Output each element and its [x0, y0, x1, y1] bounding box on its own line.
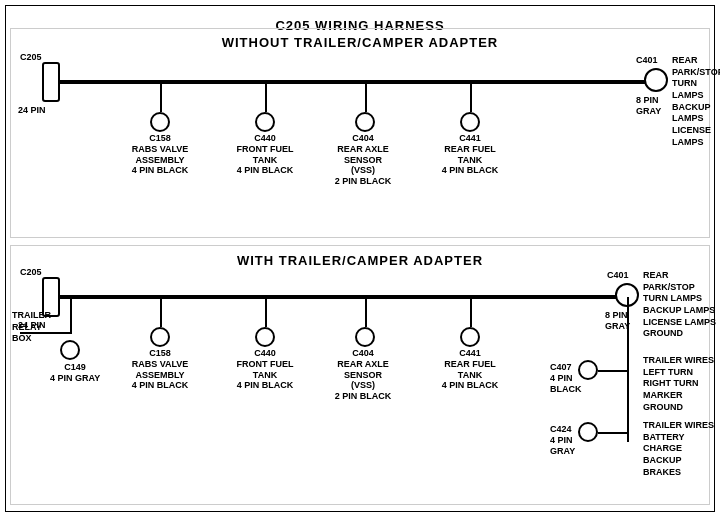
- section1-c158-drop: [160, 82, 162, 112]
- section1-c401-label: C401: [636, 55, 658, 66]
- section1-c158-connector: [150, 112, 170, 132]
- section2-trailer-relay-label: TRAILERRELAYBOX: [12, 310, 51, 345]
- section2-title: WITH TRAILER/CAMPER ADAPTER: [0, 253, 720, 268]
- section1-wire: [50, 80, 660, 84]
- section2-c149-label: C1494 PIN GRAY: [50, 362, 100, 384]
- section1-c401-connector: [644, 68, 668, 92]
- section1-c441-connector: [460, 112, 480, 132]
- section1-c205-bottom-label: 24 PIN: [18, 105, 46, 116]
- section1-c440-drop: [265, 82, 267, 112]
- section2-c401-label: C401: [607, 270, 629, 281]
- section2-c440-label: C440FRONT FUELTANK4 PIN BLACK: [235, 348, 295, 391]
- section2-c401-right-label: REAR PARK/STOPTURN LAMPSBACKUP LAMPSLICE…: [643, 270, 720, 340]
- section2-c441-label: C441REAR FUELTANK4 PIN BLACK: [440, 348, 500, 391]
- section1-c158-label: C158RABS VALVEASSEMBLY4 PIN BLACK: [130, 133, 190, 176]
- section1-c441-label: C441REAR FUELTANK4 PIN BLACK: [440, 133, 500, 176]
- section2-c404-drop: [365, 297, 367, 327]
- section2-c158-connector: [150, 327, 170, 347]
- section1-c205-connector: [42, 62, 60, 102]
- section2-c158-drop: [160, 297, 162, 327]
- section2-c149-connector: [60, 340, 80, 360]
- section1-c404-drop: [365, 82, 367, 112]
- section2-c404-label: C404REAR AXLESENSOR(VSS)2 PIN BLACK: [333, 348, 393, 402]
- section2-c441-drop: [470, 297, 472, 327]
- section2-wire: [50, 295, 630, 299]
- section1-c441-drop: [470, 82, 472, 112]
- section2-c407-right-label: TRAILER WIRESLEFT TURNRIGHT TURNMARKERGR…: [643, 355, 714, 413]
- section2-c424-connector: [578, 422, 598, 442]
- section1-c401-bottom-label: 8 PINGRAY: [636, 95, 661, 117]
- section2-c407-hstub: [598, 370, 628, 372]
- section1-c440-connector: [255, 112, 275, 132]
- section1-c440-label: C440FRONT FUELTANK4 PIN BLACK: [235, 133, 295, 176]
- section1-c404-connector: [355, 112, 375, 132]
- section2-c205-top-label: C205: [20, 267, 42, 278]
- section2-c424-hstub: [598, 432, 628, 434]
- section2-c441-connector: [460, 327, 480, 347]
- section2-c158-label: C158RABS VALVEASSEMBLY4 PIN BLACK: [130, 348, 190, 391]
- section2-c424-right-label: TRAILER WIRESBATTERY CHARGEBACKUPBRAKES: [643, 420, 720, 478]
- section2-c404-connector: [355, 327, 375, 347]
- section2-trailer-drop: [70, 297, 72, 332]
- section2-c440-drop: [265, 297, 267, 327]
- section2-c407-left-label: C4074 PINBLACK: [550, 362, 582, 394]
- diagram-container: C205 WIRING HARNESS WITHOUT TRAILER/CAMP…: [0, 0, 720, 517]
- section2-c424-left-label: C4244 PINGRAY: [550, 424, 575, 456]
- section1-c401-right-label: REAR PARK/STOPTURN LAMPSBACKUP LAMPSLICE…: [672, 55, 720, 149]
- section2-c440-connector: [255, 327, 275, 347]
- section1-title: WITHOUT TRAILER/CAMPER ADAPTER: [0, 35, 720, 50]
- section1-c404-label: C404REAR AXLESENSOR(VSS)2 PIN BLACK: [333, 133, 393, 187]
- section1-c205-top-label: C205: [20, 52, 42, 63]
